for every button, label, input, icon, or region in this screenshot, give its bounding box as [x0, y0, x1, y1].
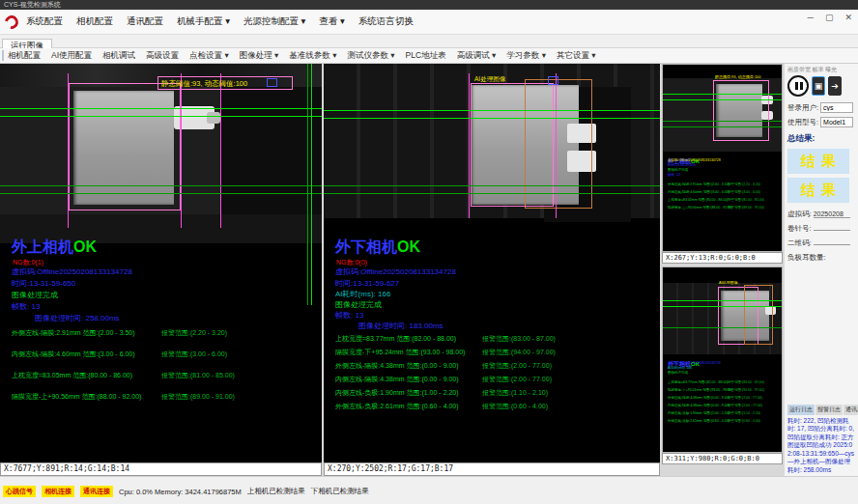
mid-camera-image: AI处理图像 外下相机OK NG数:0(0) 虚拟码:Offline202502…	[324, 64, 660, 462]
menu-comm-config[interactable]: 通讯配置	[127, 15, 163, 28]
tool-learning-params[interactable]: 学习参数 ▾	[506, 50, 546, 62]
tab-strip: 运行图像	[0, 35, 858, 48]
camera-view-outer-lower[interactable]: AI处理图像 外下相机OK NG数:0(0) 虚拟码:Offline202502…	[324, 64, 660, 476]
needle-number-label: 卷针号:	[787, 224, 812, 233]
needle-number-value	[814, 230, 850, 231]
close-icon[interactable]: ✕	[844, 12, 852, 23]
tool-plc-address[interactable]: PLC地址表	[406, 50, 446, 62]
tool-image-processing[interactable]: 图像处理 ▾	[240, 50, 279, 62]
tool-advanced-settings[interactable]: 高级设置	[146, 50, 179, 62]
toolbar: 相机配置 AI使用配置 相机调试 高级设置 点检设置 ▾ 图像处理 ▾ 基准线参…	[0, 48, 858, 64]
menu-light-config[interactable]: 光源控制配置 ▾	[243, 15, 305, 28]
left-camera-result: OK	[73, 238, 97, 255]
qr-code-field: 二维码:	[787, 238, 855, 248]
tool-spot-check[interactable]: 点检设置 ▾	[189, 50, 229, 62]
thumb-b-coords: X:311;Y:980;R:0;G:0;B:0	[662, 453, 783, 464]
qr-code-label: 二维码:	[787, 238, 812, 247]
tab-alarm-log[interactable]: 报警日志	[815, 405, 843, 415]
upper-camera-status: 上相机已检测结果	[247, 487, 305, 496]
result-indicator-upper: 结果	[787, 149, 849, 174]
main-area: 静态阈值:93, 动态阈值:100 外上相机OK NG数:0(1) 虚拟码:Of…	[0, 64, 858, 476]
exit-button[interactable]: ➔	[828, 76, 842, 96]
window-title: CYS-视觉检测系统	[4, 1, 61, 8]
mid-coords-bar: X:270;Y:2502;R:17;G:17;B:17	[324, 462, 660, 476]
tool-camera-config[interactable]: 相机配置	[8, 50, 41, 62]
roi-box	[69, 83, 181, 210]
measurement-row: 外侧左线-隔膜:4.38mm 范围:(0.00 - 9.00) 报警范围:(2.…	[335, 361, 656, 373]
thumbnail-view-a[interactable]: 静态阈值:93, 动态阈值:100 外上相机OK 虚拟码:Offline2025…	[662, 64, 783, 252]
log-text[interactable]: 耗时: 222, 凹陷检测耗时: 17, 凹陷分离耗时: 0, 凹陷提取分离耗时…	[787, 417, 855, 475]
menu-view[interactable]: 查看 ▾	[319, 15, 344, 28]
maximize-icon[interactable]: ▢	[825, 12, 834, 23]
marker-box	[267, 78, 277, 87]
left-time: 时间:13-31-59-650	[12, 278, 75, 289]
left-process-time: 图像处理时间: 258.00ms	[35, 313, 120, 323]
model-label: 使用型号:	[787, 118, 818, 127]
tool-advanced-debug[interactable]: 高级调试 ▾	[457, 50, 497, 62]
tool-camera-debug[interactable]: 相机调试	[102, 50, 135, 62]
title-bar: CYS-视觉检测系统	[0, 0, 858, 10]
app-window: CYS-视觉检测系统 系统配置 相机配置 通讯配置 机械手配置 ▾ 光源控制配置…	[0, 0, 858, 504]
minimize-icon[interactable]: ─	[808, 12, 814, 23]
tab-run-log[interactable]: 运行日志	[787, 405, 815, 415]
menu-bar: 系统配置 相机配置 通讯配置 机械手配置 ▾ 光源控制配置 ▾ 查看 ▾ 系统语…	[0, 10, 858, 35]
mid-process-done: 图像处理完成	[335, 299, 382, 310]
model-field: 使用型号:	[787, 117, 855, 127]
measurement-row: 上枕宽度=83.05mm 范围:(80.00 - 86.00) 报警范围:(81…	[12, 371, 318, 382]
measurement-row: 内侧左线-隔膜:4.38mm 范围:(0.00 - 9.00) 报警范围:(2.…	[335, 375, 656, 386]
needle-number-field: 卷针号:	[787, 224, 855, 234]
measurement-row: 隔膜宽度-下+95.24mm 范围:(93.00 - 98.00) 报警范围:(…	[335, 348, 656, 359]
window-controls: ─ ▢ ✕	[808, 12, 852, 23]
thumbnail-column: 静态阈值:93, 动态阈值:100 外上相机OK 虚拟码:Offline2025…	[662, 64, 783, 476]
left-process-done: 图像处理完成	[12, 290, 58, 300]
measurement-row: 上枕宽度=83.77mm 范围:(82.00 - 88.00) 报警范围:(83…	[335, 334, 656, 346]
tool-other-settings[interactable]: 其它设置 ▾	[557, 50, 596, 62]
virtual-code-value: 20250208	[814, 210, 850, 218]
left-frame-count: 帧数: 13	[12, 301, 40, 312]
menu-language-switch[interactable]: 系统语言切换	[358, 15, 414, 28]
measurement-row: 隔膜宽度-上+90.56mm 范围:(88.00 - 92.00) 报警范围:(…	[12, 392, 318, 404]
marker-box	[548, 76, 558, 85]
cpu-memory-status: Cpu: 0.0% Memory: 3424.41796875M	[119, 488, 242, 496]
tool-tester-params[interactable]: 测试仪参数 ▾	[347, 50, 394, 62]
menu-system-config[interactable]: 系统配置	[26, 15, 63, 28]
sidebar-top-info: 画质带宽 帧率 曝光	[787, 66, 855, 73]
ai-process-label: AI处理图像	[474, 75, 505, 84]
tab-count-label: 负极耳数量:	[787, 253, 826, 262]
thumb-a-coords: X:267;Y:13;R:0;G:0;B:0	[662, 252, 783, 264]
tab-comm-log[interactable]: 通讯日志	[844, 405, 858, 415]
lower-camera-status: 下相机已检测结果	[311, 487, 369, 496]
mid-time: 时间:13-31-59-627	[335, 278, 399, 289]
mid-process-time: 图像处理时间: 183.00ms	[358, 321, 443, 331]
thumbnail-view-b[interactable]: AI处理图像 外下相机OK 虚拟码:Offline202502081331347…	[662, 266, 783, 453]
pause-button[interactable]	[787, 75, 809, 97]
mid-ai-time: AI耗时(ms): 166	[335, 289, 390, 299]
heartbeat-status-badge: 心跳信号	[3, 486, 36, 497]
result-indicator-lower: 结果	[787, 178, 849, 203]
login-user-input[interactable]	[820, 102, 853, 113]
mid-barcode: 虚拟码:Offline20250208133134728	[335, 266, 456, 277]
camera-capture-button[interactable]: ▣	[812, 76, 825, 96]
camera-view-outer-upper[interactable]: 静态阈值:93, 动态阈值:100 外上相机OK NG数:0(1) 虚拟码:Of…	[0, 64, 322, 476]
model-input[interactable]	[820, 117, 853, 127]
sidebar-buttons: ▣ ➔	[787, 75, 855, 97]
mid-camera-result: OK	[397, 238, 420, 255]
tool-baseline-params[interactable]: 基准线参数 ▾	[289, 50, 336, 62]
roi-box	[471, 83, 554, 207]
camera-status-badge: 相机连接	[42, 486, 74, 497]
tool-ai-config[interactable]: AI使用配置	[51, 50, 92, 62]
login-user-field: 登录用户:	[787, 102, 855, 113]
virtual-code-field: 虚拟码: 20250208	[787, 210, 855, 219]
menu-camera-config[interactable]: 相机配置	[76, 15, 113, 28]
tab-count-field: 负极耳数量:	[787, 253, 855, 263]
virtual-code-label: 虚拟码:	[787, 210, 812, 218]
comm-status-badge: 通讯连接	[80, 486, 113, 497]
left-camera-image: 静态阈值:93, 动态阈值:100 外上相机OK NG数:0(1) 虚拟码:Of…	[0, 64, 322, 462]
threshold-label: 静态阈值:93, 动态阈值:100	[161, 79, 247, 89]
exit-icon: ➔	[831, 81, 839, 91]
measurement-row: 内侧左线-隔膜:4.60mm 范围:(3.00 - 6.00) 报警范围:(3.…	[12, 350, 318, 361]
left-barcode: 虚拟码:Offline20250208133134728	[12, 266, 132, 277]
left-camera-title: 外上相机OK	[12, 238, 97, 258]
qr-code-value	[814, 244, 850, 245]
menu-robot-config[interactable]: 机械手配置 ▾	[177, 15, 230, 28]
